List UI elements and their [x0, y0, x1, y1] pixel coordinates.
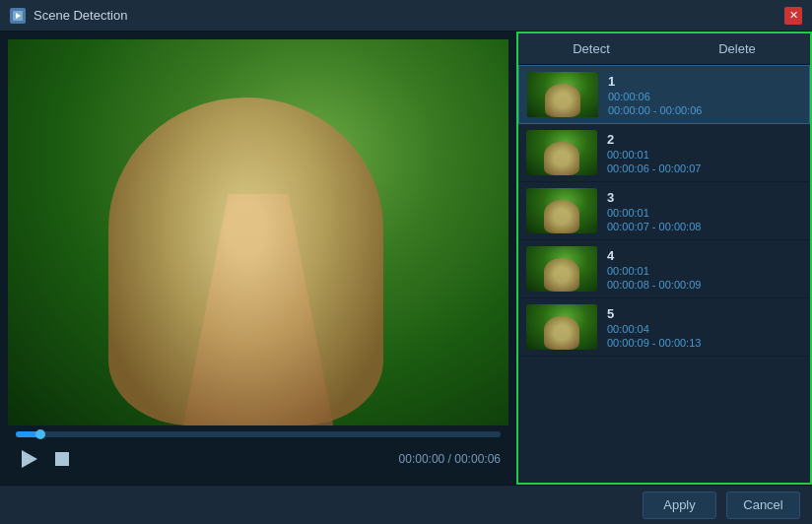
- thumb-bg: [526, 188, 597, 233]
- scene-item[interactable]: 3 00:00:01 00:00:07 - 00:00:08: [518, 182, 810, 240]
- thumb-bg: [526, 246, 597, 292]
- scene-info: 3 00:00:01 00:00:07 - 00:00:08: [607, 190, 804, 232]
- scene-duration: 00:00:01: [607, 265, 804, 277]
- scene-info: 2 00:00:01 00:00:06 - 00:00:07: [607, 132, 804, 174]
- scene-thumbnail: [526, 304, 597, 350]
- scene-thumbnail: [527, 72, 598, 117]
- scene-number: 5: [607, 306, 804, 321]
- scene-info: 1 00:00:06 00:00:00 - 00:00:06: [608, 74, 803, 116]
- scene-range: 00:00:09 - 00:00:13: [607, 337, 804, 349]
- scene-duration: 00:00:04: [607, 323, 804, 335]
- scene-range: 00:00:08 - 00:00:09: [607, 279, 804, 291]
- right-panel: Detect Delete 1 00:00:06 00:00:00 - 00:0…: [516, 32, 812, 485]
- video-preview: [8, 39, 508, 426]
- delete-button[interactable]: Delete: [664, 33, 810, 65]
- scene-thumbnail: [526, 188, 597, 233]
- scene-duration: 00:00:01: [607, 207, 804, 219]
- video-controls: 00:00:00 / 00:00:06: [8, 426, 508, 477]
- video-background: [8, 39, 508, 426]
- scene-range: 00:00:00 - 00:00:06: [608, 104, 803, 116]
- video-canvas: [8, 39, 508, 426]
- thumb-bg: [526, 304, 597, 350]
- scene-item[interactable]: 1 00:00:06 00:00:00 - 00:00:06: [518, 65, 810, 124]
- apply-button[interactable]: Apply: [643, 491, 716, 519]
- thumb-figure: [544, 316, 579, 351]
- play-button[interactable]: [16, 445, 43, 473]
- thumb-figure: [544, 258, 579, 293]
- bottom-bar: Apply Cancel: [0, 485, 812, 524]
- title-bar-left: Scene Detection: [10, 8, 127, 24]
- scene-toolbar: Detect Delete: [518, 33, 810, 65]
- detect-button[interactable]: Detect: [518, 33, 664, 65]
- close-button[interactable]: ✕: [784, 7, 802, 25]
- scene-info: 4 00:00:01 00:00:08 - 00:00:09: [607, 248, 804, 291]
- video-figure: [108, 98, 383, 426]
- play-icon: [22, 450, 37, 468]
- stop-button[interactable]: [51, 448, 73, 470]
- scene-duration: 00:00:01: [607, 149, 804, 161]
- scene-range: 00:00:07 - 00:00:08: [607, 221, 804, 232]
- scene-duration: 00:00:06: [608, 91, 803, 102]
- title-bar: Scene Detection ✕: [0, 0, 812, 32]
- dialog-title: Scene Detection: [34, 8, 127, 23]
- playback-buttons: [16, 445, 73, 473]
- scene-number: 1: [608, 74, 803, 89]
- scene-info: 5 00:00:04 00:00:09 - 00:00:13: [607, 306, 804, 349]
- scene-item[interactable]: 4 00:00:01 00:00:08 - 00:00:09: [518, 240, 810, 298]
- thumb-bg: [526, 130, 597, 175]
- scene-item[interactable]: 5 00:00:04 00:00:09 - 00:00:13: [518, 298, 810, 357]
- scene-list[interactable]: 1 00:00:06 00:00:00 - 00:00:06 2 00:00:0…: [518, 65, 810, 483]
- scene-thumbnail: [526, 130, 597, 175]
- thumb-figure: [544, 142, 579, 176]
- app-icon: [10, 8, 26, 24]
- time-display: 00:00:00 / 00:00:06: [399, 452, 501, 466]
- controls-row: 00:00:00 / 00:00:06: [16, 445, 501, 473]
- scene-thumbnail: [526, 246, 597, 292]
- cancel-button[interactable]: Cancel: [726, 491, 800, 519]
- progress-bar[interactable]: [16, 431, 501, 437]
- scene-range: 00:00:06 - 00:00:07: [607, 163, 804, 174]
- stop-icon: [55, 452, 69, 466]
- left-panel: 00:00:00 / 00:00:06: [0, 32, 516, 485]
- progress-knob[interactable]: [35, 429, 45, 439]
- scene-number: 2: [607, 132, 804, 147]
- thumb-bg: [527, 72, 598, 117]
- main-content: 00:00:00 / 00:00:06 Detect Delete 1 00:0…: [0, 32, 812, 485]
- scene-number: 4: [607, 248, 804, 263]
- thumb-figure: [544, 200, 579, 234]
- thumb-figure: [545, 84, 580, 118]
- scene-number: 3: [607, 190, 804, 205]
- scene-item[interactable]: 2 00:00:01 00:00:06 - 00:00:07: [518, 124, 810, 182]
